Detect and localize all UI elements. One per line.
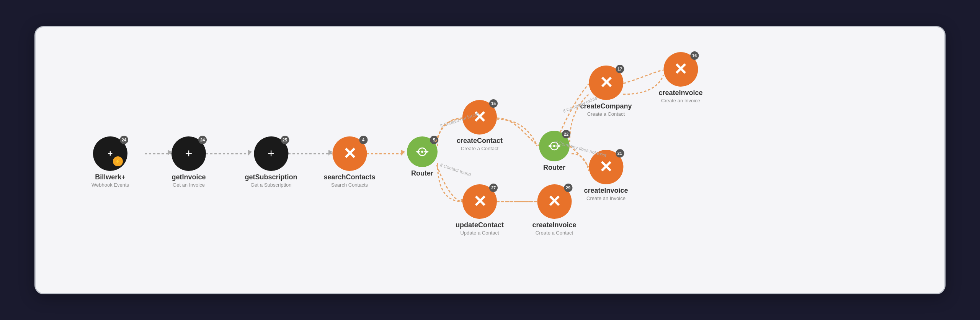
create-invoice3-badge: 29	[564, 184, 572, 192]
get-invoice-badge: 24	[198, 136, 207, 144]
create-contact-badge: 15	[489, 99, 498, 108]
search-contacts-sublabel: Search Contacts	[331, 182, 368, 188]
search-contacts-badge: 4	[359, 136, 368, 144]
router2-label: Router	[543, 164, 565, 172]
router2-badge: 22	[562, 130, 570, 138]
route-label-found: if Contact found	[439, 162, 472, 177]
router-icon	[415, 144, 430, 159]
create-contact-node[interactable]: ✕ 15 createContact Create a Contact	[457, 100, 503, 151]
svg-point-17	[553, 145, 555, 147]
billwerk-label: Billwerk+	[95, 173, 126, 181]
update-contact-sublabel: Update a Contact	[460, 230, 499, 236]
search-contacts-label: searchContacts	[323, 173, 375, 181]
create-invoice2-badge: 21	[616, 149, 624, 158]
get-subscription-node[interactable]: + 25 getSubscription Get a Subscription	[245, 136, 297, 188]
create-invoice3-label: createInvoice	[532, 221, 576, 229]
create-invoice2-sublabel: Create an Invoice	[586, 195, 626, 201]
create-company-badge: 17	[616, 65, 624, 73]
update-contact-label: updateContact	[456, 221, 504, 229]
get-subscription-sublabel: Get a Subscription	[251, 182, 292, 188]
create-invoice3-sublabel: Create a Contact	[536, 230, 573, 236]
create-contact-label: createContact	[457, 137, 503, 145]
billwerk-node[interactable]: + ⚡ 24 Billwerk+ Webhook Events	[91, 136, 129, 188]
create-invoice3-node[interactable]: ✕ 29 createInvoice Create a Contact	[532, 184, 576, 236]
create-invoice1-node[interactable]: ✕ 16 createInvoice Create an Invoice	[658, 52, 702, 103]
router1-node[interactable]: 5 Router	[407, 136, 438, 177]
create-invoice1-badge: 16	[690, 51, 699, 60]
router1-label: Router	[411, 169, 433, 177]
create-invoice2-node[interactable]: ✕ 21 createInvoice Create an Invoice	[584, 150, 628, 201]
create-company-sublabel: Create a Contact	[587, 111, 625, 117]
get-subscription-label: getSubscription	[245, 173, 297, 181]
create-contact-sublabel: Create a Contact	[461, 146, 498, 151]
search-contacts-node[interactable]: ✕ 4 searchContacts Search Contacts	[323, 136, 375, 188]
create-company-node[interactable]: ✕ 17 createCompany Create a Contact	[580, 66, 632, 117]
router1-badge: 5	[430, 136, 438, 144]
main-card: + ⚡ 24 Billwerk+ Webhook Events + 24 get…	[34, 26, 946, 294]
svg-marker-8	[401, 150, 405, 156]
get-invoice-sublabel: Get an Invoice	[173, 182, 205, 188]
create-invoice2-label: createInvoice	[584, 187, 628, 195]
get-invoice-label: getInvoice	[172, 173, 206, 181]
create-invoice1-sublabel: Create an Invoice	[661, 98, 700, 103]
get-invoice-node[interactable]: + 24 getInvoice Get an Invoice	[172, 136, 206, 188]
workflow-canvas[interactable]: + ⚡ 24 Billwerk+ Webhook Events + 24 get…	[36, 27, 944, 293]
billwerk-badge: 24	[120, 136, 128, 144]
router2-node[interactable]: 22 Router	[539, 131, 570, 172]
svg-marker-14	[426, 151, 429, 153]
svg-marker-21	[548, 145, 550, 147]
update-contact-node[interactable]: ✕ 27 updateContact Update a Contact	[456, 184, 504, 236]
billwerk-sublabel: Webhook Events	[91, 182, 129, 188]
svg-point-11	[421, 151, 423, 153]
create-invoice1-label: createInvoice	[658, 89, 702, 97]
svg-marker-15	[416, 151, 418, 153]
get-subscription-badge: 25	[281, 136, 289, 144]
update-contact-badge: 27	[489, 184, 498, 192]
svg-marker-5	[168, 150, 172, 156]
